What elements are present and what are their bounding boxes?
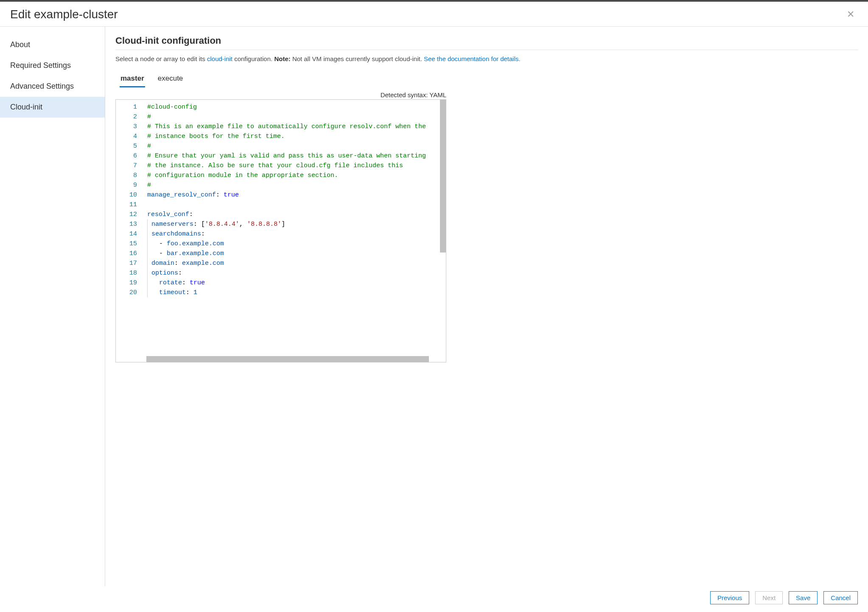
sidebar-item-cloud-init[interactable]: Cloud-init: [0, 97, 105, 118]
line-number: 15: [118, 239, 137, 249]
dialog-header: Edit example-cluster ✕: [0, 2, 868, 27]
tab-label: execute: [158, 74, 183, 82]
line-number: 1: [118, 102, 137, 112]
line-number: 11: [118, 200, 137, 210]
save-button[interactable]: Save: [789, 591, 818, 604]
line-number: 17: [118, 258, 137, 268]
section-description: Select a node or array to edit its cloud…: [115, 54, 858, 64]
sidebar-item-label: Cloud-init: [10, 103, 42, 111]
code-line[interactable]: timeout: 1: [147, 288, 446, 298]
code-line[interactable]: options:: [147, 268, 446, 278]
desc-text: Not all VM images currently support clou…: [291, 55, 424, 62]
documentation-link[interactable]: See the documentation for details.: [424, 55, 521, 62]
line-number: 8: [118, 171, 137, 180]
dialog-footer: Previous Next Save Cancel: [0, 586, 868, 612]
line-number: 10: [118, 190, 137, 200]
line-number: 16: [118, 249, 137, 258]
code-line[interactable]: # the instance. Also be sure that your c…: [147, 161, 446, 171]
edit-cluster-dialog: Edit example-cluster ✕ About Required Se…: [0, 0, 868, 612]
line-number: 7: [118, 161, 137, 171]
line-number: 18: [118, 268, 137, 278]
note-label: Note:: [274, 55, 290, 62]
line-number: 4: [118, 132, 137, 141]
line-number: 12: [118, 210, 137, 219]
editor-horizontal-scrollbar[interactable]: [146, 356, 429, 362]
line-number: 6: [118, 151, 137, 161]
previous-button[interactable]: Previous: [710, 591, 749, 604]
code-line[interactable]: nameservers: ['8.8.4.4', '8.8.8.8']: [147, 219, 446, 229]
code-line[interactable]: #cloud-config: [147, 102, 446, 112]
code-line[interactable]: - bar.example.com: [147, 249, 446, 258]
tab-master[interactable]: master: [120, 71, 145, 87]
editor-code-area[interactable]: #cloud-config## This is an example file …: [143, 100, 446, 362]
code-line[interactable]: # This is an example file to automatical…: [147, 122, 446, 132]
next-button: Next: [755, 591, 783, 604]
line-number: 3: [118, 122, 137, 132]
code-line[interactable]: #: [147, 141, 446, 151]
code-line[interactable]: # instance boots for the first time.: [147, 132, 446, 141]
code-line[interactable]: manage_resolv_conf: true: [147, 190, 446, 200]
tab-execute[interactable]: execute: [157, 71, 184, 87]
code-line[interactable]: [147, 200, 446, 210]
code-line[interactable]: # configuration module in the appropriat…: [147, 171, 446, 180]
cancel-button[interactable]: Cancel: [823, 591, 858, 604]
code-line[interactable]: # Ensure that your yaml is valid and pas…: [147, 151, 446, 161]
line-number: 19: [118, 278, 137, 288]
sidebar-item-about[interactable]: About: [0, 34, 105, 55]
dialog-body: About Required Settings Advanced Setting…: [0, 27, 868, 586]
sidebar-item-label: Advanced Settings: [10, 82, 74, 90]
editor-vertical-scrollbar[interactable]: [440, 100, 446, 253]
code-line[interactable]: domain: example.com: [147, 258, 446, 268]
desc-text: configuration.: [232, 55, 274, 62]
line-number: 20: [118, 288, 137, 298]
desc-text: Select a node or array to edit its: [115, 55, 207, 62]
line-number: 13: [118, 219, 137, 229]
code-line[interactable]: resolv_conf:: [147, 210, 446, 219]
cloud-init-link[interactable]: cloud-init: [207, 55, 232, 62]
main-panel: Cloud-init configuration Select a node o…: [105, 27, 868, 586]
sidebar-item-advanced-settings[interactable]: Advanced Settings: [0, 76, 105, 97]
code-line[interactable]: rotate: true: [147, 278, 446, 288]
line-number: 2: [118, 112, 137, 122]
tab-label: master: [120, 74, 144, 82]
node-tabs: master execute: [115, 71, 858, 88]
line-number: 9: [118, 180, 137, 190]
sidebar-item-label: Required Settings: [10, 61, 71, 70]
sidebar-item-label: About: [10, 40, 30, 49]
sidebar-item-required-settings[interactable]: Required Settings: [0, 55, 105, 76]
code-line[interactable]: searchdomains:: [147, 229, 446, 239]
section-title: Cloud-init configuration: [115, 35, 858, 50]
editor-gutter: 1234567891011121314151617181920: [116, 100, 143, 362]
sidebar: About Required Settings Advanced Setting…: [0, 27, 105, 586]
code-line[interactable]: #: [147, 112, 446, 122]
close-icon[interactable]: ✕: [843, 8, 858, 21]
dialog-title: Edit example-cluster: [10, 8, 118, 21]
code-line[interactable]: #: [147, 180, 446, 190]
line-number: 14: [118, 229, 137, 239]
line-number: 5: [118, 141, 137, 151]
detected-syntax-label: Detected syntax: YAML: [115, 91, 446, 98]
code-editor[interactable]: 1234567891011121314151617181920 #cloud-c…: [115, 99, 446, 362]
code-line[interactable]: - foo.example.com: [147, 239, 446, 249]
